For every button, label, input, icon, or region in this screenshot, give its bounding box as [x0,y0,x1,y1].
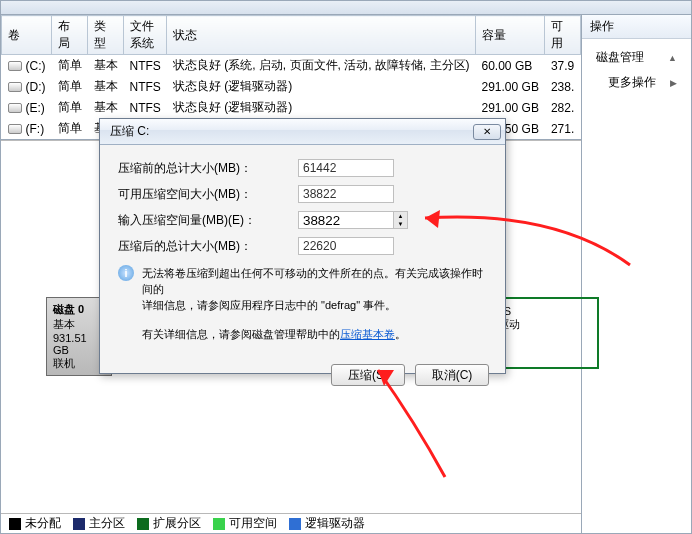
col-status[interactable]: 状态 [167,16,476,55]
legend-logical: 逻辑驱动器 [305,516,365,530]
legend-swatch-unalloc [9,518,21,530]
legend-bar: 未分配 主分区 扩展分区 可用空间 逻辑驱动器 [1,513,581,533]
legend-swatch-primary [73,518,85,530]
actions-diskmgmt[interactable]: 磁盘管理 ▲ [582,45,691,70]
window-toolbar-strip [1,1,691,15]
info-line1: 无法将卷压缩到超出任何不可移动的文件所在的点。有关完成该操作时间的 [142,267,483,295]
shrink-button[interactable]: 压缩(S) [331,364,405,386]
legend-swatch-extended [137,518,149,530]
actions-more[interactable]: 更多操作 ▶ [582,70,691,95]
shrink-spinner[interactable]: ▲ ▼ [394,211,408,229]
disk-size: 931.51 GB [53,332,105,356]
spinner-down-icon[interactable]: ▼ [394,220,407,228]
more-info-pre: 有关详细信息，请参阅磁盘管理帮助中的 [142,328,340,340]
drive-icon [8,82,22,92]
disk-title: 磁盘 0 [53,302,105,317]
basic-shrink-link[interactable]: 压缩基本卷 [340,328,395,340]
input-shrink-amount[interactable] [298,211,394,229]
info-line2: 详细信息，请参阅应用程序日志中的 "defrag" 事件。 [142,299,396,311]
col-fs[interactable]: 文件系统 [124,16,167,55]
info-text: 无法将卷压缩到超出任何不可移动的文件所在的点。有关完成该操作时间的 详细信息，请… [142,265,489,313]
legend-primary: 主分区 [89,516,125,530]
legend-free: 可用空间 [229,516,277,530]
col-avail[interactable]: 可用 [545,16,580,55]
label-avail-shrink: 可用压缩空间大小(MB)： [118,186,298,203]
drive-icon [8,124,22,134]
chevron-up-icon: ▲ [668,53,677,63]
col-volume[interactable]: 卷 [2,16,52,55]
label-total-after: 压缩后的总计大小(MB)： [118,238,298,255]
info-icon: i [118,265,134,281]
col-layout[interactable]: 布局 [52,16,88,55]
cancel-button[interactable]: 取消(C) [415,364,489,386]
legend-swatch-logical [289,518,301,530]
value-total-before: 61442 [298,159,394,177]
table-row[interactable]: (C:)简单基本NTFS状态良好 (系统, 启动, 页面文件, 活动, 故障转储… [2,55,581,77]
dialog-titlebar[interactable]: 压缩 C: ✕ [100,119,505,145]
legend-unalloc: 未分配 [25,516,61,530]
shrink-dialog: 压缩 C: ✕ 压缩前的总计大小(MB)： 61442 可用压缩空间大小(MB)… [99,118,506,374]
table-row[interactable]: (E:)简单基本NTFS状态良好 (逻辑驱动器)291.00 GB282. [2,97,581,118]
legend-extended: 扩展分区 [153,516,201,530]
drive-icon [8,103,22,113]
actions-diskmgmt-label: 磁盘管理 [596,49,644,66]
col-capacity[interactable]: 容量 [476,16,545,55]
spinner-up-icon[interactable]: ▲ [394,212,407,220]
actions-pane: 操作 磁盘管理 ▲ 更多操作 ▶ [582,15,691,533]
chevron-right-icon: ▶ [670,78,677,88]
dialog-title: 压缩 C: [110,123,149,140]
disk-type: 基本 [53,317,105,332]
label-total-before: 压缩前的总计大小(MB)： [118,160,298,177]
table-row[interactable]: (D:)简单基本NTFS状态良好 (逻辑驱动器)291.00 GB238. [2,76,581,97]
label-shrink-amount: 输入压缩空间量(MB)(E)： [118,212,298,229]
actions-header: 操作 [582,15,691,39]
actions-more-label: 更多操作 [608,74,656,91]
value-avail-shrink: 38822 [298,185,394,203]
value-total-after: 22620 [298,237,394,255]
col-type[interactable]: 类型 [88,16,124,55]
legend-swatch-free [213,518,225,530]
drive-icon [8,61,22,71]
more-info-post: 。 [395,328,406,340]
disk-state: 联机 [53,356,105,371]
close-icon[interactable]: ✕ [473,124,501,140]
